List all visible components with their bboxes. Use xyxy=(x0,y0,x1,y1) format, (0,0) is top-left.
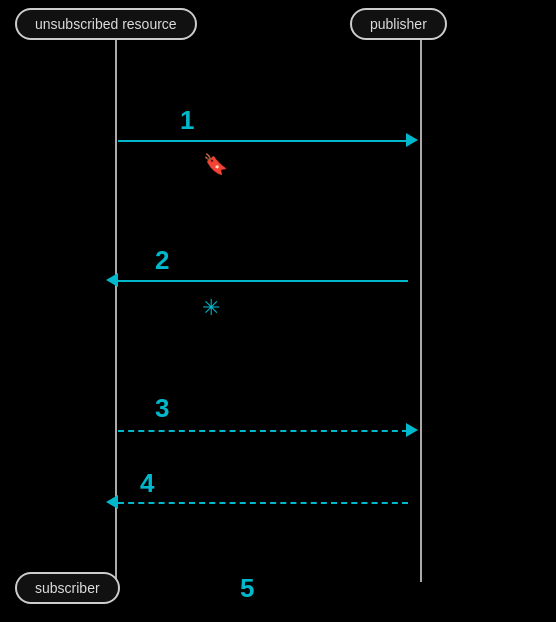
sequence-diagram: unsubscribed resource publisher subscrib… xyxy=(0,0,556,622)
arrow-2-line xyxy=(118,280,408,282)
arrow-3-head xyxy=(406,423,418,437)
bookmark-icon: 🔖 xyxy=(203,152,228,176)
subscriber-box: subscriber xyxy=(15,572,120,604)
arrow-2-head xyxy=(106,273,118,287)
arrow-3-line xyxy=(118,430,408,432)
step-5-label: 5 xyxy=(240,573,254,604)
publisher-box: publisher xyxy=(350,8,447,40)
right-lifeline xyxy=(420,40,422,582)
arrow-4-head xyxy=(106,495,118,509)
step-2-label: 2 xyxy=(155,245,169,276)
arrow-1-head xyxy=(406,133,418,147)
step-4-label: 4 xyxy=(140,468,154,499)
step-1-label: 1 xyxy=(180,105,194,136)
step-3-label: 3 xyxy=(155,393,169,424)
arrow-4-line xyxy=(118,502,408,504)
arrow-1-line xyxy=(118,140,408,142)
unsubscribed-resource-box: unsubscribed resource xyxy=(15,8,197,40)
sun-icon: ✳ xyxy=(202,295,220,321)
